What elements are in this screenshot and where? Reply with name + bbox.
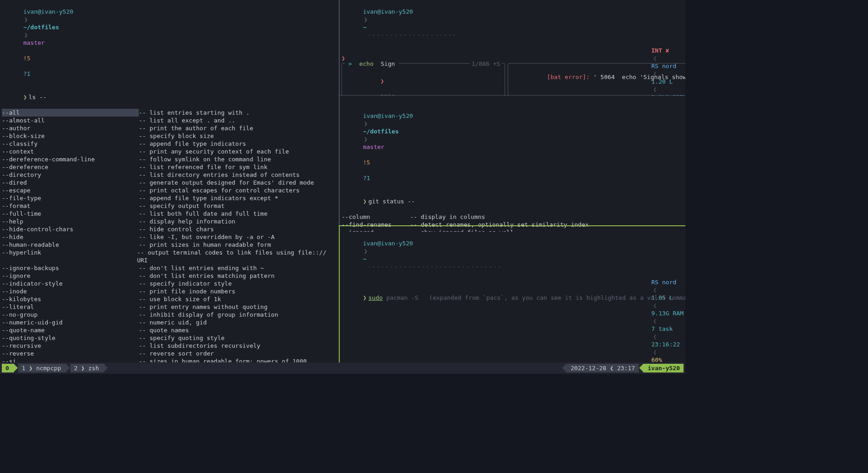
prompt-host: ivan@ivan-y520 bbox=[363, 8, 413, 15]
git-branch: master bbox=[23, 39, 45, 46]
completion-description: -- print the author of each file bbox=[139, 124, 253, 132]
completion-option: --reverse bbox=[2, 350, 139, 357]
chevron-left-icon: ❮ bbox=[652, 302, 659, 309]
completion-option: --inode bbox=[2, 287, 139, 295]
completion-item[interactable]: --hide-control-chars-- hide control char… bbox=[2, 225, 338, 233]
completion-list[interactable]: --all-- list entries starting with .--al… bbox=[2, 109, 338, 362]
completion-item[interactable]: --column-- display in columns bbox=[342, 213, 684, 221]
completion-option: --quoting-style bbox=[2, 334, 139, 342]
prompt-symbol: ❯ bbox=[23, 94, 29, 101]
chevron-left-icon: ❮ bbox=[652, 55, 659, 62]
completion-option: --all bbox=[2, 109, 139, 117]
prompt-path: ~ bbox=[363, 255, 367, 262]
completion-item[interactable]: --quoting-style-- specify quoting style bbox=[2, 334, 338, 342]
completion-item[interactable]: --classify-- append file type indicators bbox=[2, 140, 338, 148]
prompt-path: ~/dotfiles bbox=[23, 24, 59, 31]
completion-item[interactable]: --find-renames-- detect renames, optiona… bbox=[342, 221, 684, 229]
command-input[interactable]: git status -- bbox=[368, 198, 415, 205]
completion-item[interactable]: --hide-- like -I, but overridden by -a o… bbox=[2, 233, 338, 241]
completion-item[interactable]: --block-size-- specify block size bbox=[2, 132, 338, 140]
completion-description: -- quote names bbox=[139, 326, 189, 334]
prompt-path: ~/dotfiles bbox=[363, 128, 399, 135]
completion-item[interactable]: --dereference-- list referenced file for… bbox=[2, 163, 338, 171]
fzf-query-cmd[interactable]: echo bbox=[358, 60, 375, 67]
tmux-window-2[interactable]: 2 ❯ zsh bbox=[70, 364, 104, 372]
prompt-symbol: ❯ bbox=[363, 198, 368, 205]
completion-item[interactable]: --ignored-- show ignored files as well bbox=[342, 229, 684, 232]
completion-option: --indicator-style bbox=[2, 280, 139, 287]
completion-item[interactable]: --numeric-uid-gid-- numeric uid, gid bbox=[2, 319, 338, 326]
completion-description: -- like -I, but overridden by -a or -A bbox=[139, 233, 274, 241]
completion-item[interactable]: --si-- sizes in human readable form; pow… bbox=[2, 357, 338, 362]
pane-mid-right-terminal[interactable]: ivan@ivan-y520 ❯ ~/dotfiles ❯ master !5 … bbox=[340, 96, 685, 232]
git-modified: !5 bbox=[363, 159, 370, 166]
completion-description: -- list directory entries instead of con… bbox=[139, 171, 300, 179]
status-rs: RS nord bbox=[652, 279, 677, 286]
completion-description: -- numeric uid, gid bbox=[139, 319, 207, 326]
completion-description: -- specify indicator style bbox=[139, 280, 232, 287]
tmux-session[interactable]: 0 bbox=[2, 364, 14, 372]
completion-option: --classify bbox=[2, 140, 139, 148]
tmux-window-1[interactable]: 1 ❯ ncmpcpp bbox=[18, 364, 66, 372]
prompt-host: ivan@ivan-y520 bbox=[23, 8, 74, 15]
completion-option: --hide-control-chars bbox=[2, 225, 139, 233]
completion-item[interactable]: --escape-- print octal escapes for contr… bbox=[2, 186, 338, 194]
completion-description: -- generate output designed for Emacs' d… bbox=[139, 179, 314, 186]
completion-item[interactable]: --kilobytes-- use block size of 1k bbox=[2, 295, 338, 303]
completion-description: -- use block size of 1k bbox=[139, 295, 221, 303]
completion-option: --si bbox=[2, 357, 139, 362]
completion-description: -- list subdirectories recursively bbox=[139, 342, 260, 350]
completion-item[interactable]: --dereference-command-line-- follow syml… bbox=[2, 155, 338, 163]
completion-item[interactable]: --literal-- print entry names without qu… bbox=[2, 303, 338, 311]
pane-bottom-right-terminal[interactable]: ivan@ivan-y520 ❯ ~ ·····················… bbox=[340, 232, 685, 362]
fzf-query-text[interactable]: Sign bbox=[375, 60, 397, 67]
completion-option: --literal bbox=[2, 303, 139, 311]
chevron-right-icon: ❯ bbox=[363, 136, 368, 143]
command-sudo[interactable]: sudo bbox=[368, 294, 383, 301]
completion-item[interactable]: --full-time-- list both full date and fu… bbox=[2, 210, 338, 218]
completion-item[interactable]: --dired-- generate output designed for E… bbox=[2, 179, 338, 186]
completion-item[interactable]: --ignore-- don't list entries matching p… bbox=[2, 272, 338, 280]
completion-item[interactable]: --format-- specify output format bbox=[2, 202, 338, 210]
pane-left-terminal[interactable]: ivan@ivan-y520 ❯ ~/dotfiles ❯ master !5 … bbox=[0, 0, 340, 362]
git-branch: master bbox=[363, 143, 384, 150]
status-tasks: 7 task bbox=[652, 325, 673, 332]
completion-option: --ignored bbox=[342, 229, 410, 232]
completion-item[interactable]: --indicator-style-- specify indicator st… bbox=[2, 280, 338, 287]
completion-item[interactable]: --recursive-- list subdirectories recurs… bbox=[2, 342, 338, 350]
command-input[interactable]: ls -- bbox=[29, 94, 47, 101]
completion-item[interactable]: --inode-- print file inode numbers bbox=[2, 287, 338, 295]
completion-option: --ignore-backups bbox=[2, 264, 139, 272]
completion-item[interactable]: --all-- list entries starting with . bbox=[2, 109, 338, 117]
completion-item[interactable]: --author-- print the author of each file bbox=[2, 124, 338, 132]
completion-item[interactable]: --context-- print any security context o… bbox=[2, 148, 338, 155]
completion-option: --recursive bbox=[2, 342, 139, 350]
completion-description: -- hide control chars bbox=[139, 225, 214, 233]
completion-item[interactable]: --human-readable-- print sizes in human … bbox=[2, 241, 338, 249]
completion-item[interactable]: --reverse-- reverse sort order bbox=[2, 350, 338, 357]
completion-item[interactable]: --almost-all-- list all except . and .. bbox=[2, 117, 338, 124]
git-untracked: ?1 bbox=[363, 175, 370, 181]
prompt-symbol: ❯ bbox=[363, 294, 368, 301]
status-clock: 23:16:22 bbox=[652, 341, 680, 348]
completion-item[interactable]: --no-group-- inhibit display of group in… bbox=[2, 311, 338, 319]
completion-item[interactable]: --directory-- list directory entries ins… bbox=[2, 171, 338, 179]
chevron-right-icon: ❯ bbox=[23, 16, 29, 23]
completion-item[interactable]: --hyperlink-- output terminal codes to l… bbox=[2, 249, 338, 264]
completion-option: --column bbox=[342, 213, 410, 221]
completion-description: -- don't list entries matching pattern bbox=[139, 272, 274, 280]
completion-description: -- display help information bbox=[139, 218, 235, 225]
pane-top-right-terminal[interactable]: ivan@ivan-y520 ❯ ~ ···················· … bbox=[340, 0, 685, 96]
completion-description: -- list entries starting with . bbox=[139, 109, 250, 117]
completion-option: --format bbox=[2, 202, 139, 210]
completion-item[interactable]: --help-- display help information bbox=[2, 218, 338, 225]
completion-description: -- list all except . and .. bbox=[139, 117, 235, 124]
completion-item[interactable]: --file-type-- append file type indicator… bbox=[2, 194, 338, 202]
completion-option: --dereference-command-line bbox=[2, 155, 139, 163]
completion-item[interactable]: --quote-name-- quote names bbox=[2, 326, 338, 334]
active-pane-border-vertical bbox=[339, 225, 340, 362]
completion-list[interactable]: --column-- display in columns--find-rena… bbox=[342, 213, 684, 232]
command-rest[interactable]: pacman -S (expanded from `pacs`, as you … bbox=[383, 294, 685, 301]
completion-item[interactable]: --ignore-backups-- don't list entries en… bbox=[2, 264, 338, 272]
fzf-results-box[interactable]: > echo Sign 1/886 +S ❯ 5064 echo 'Signal… bbox=[342, 63, 505, 96]
